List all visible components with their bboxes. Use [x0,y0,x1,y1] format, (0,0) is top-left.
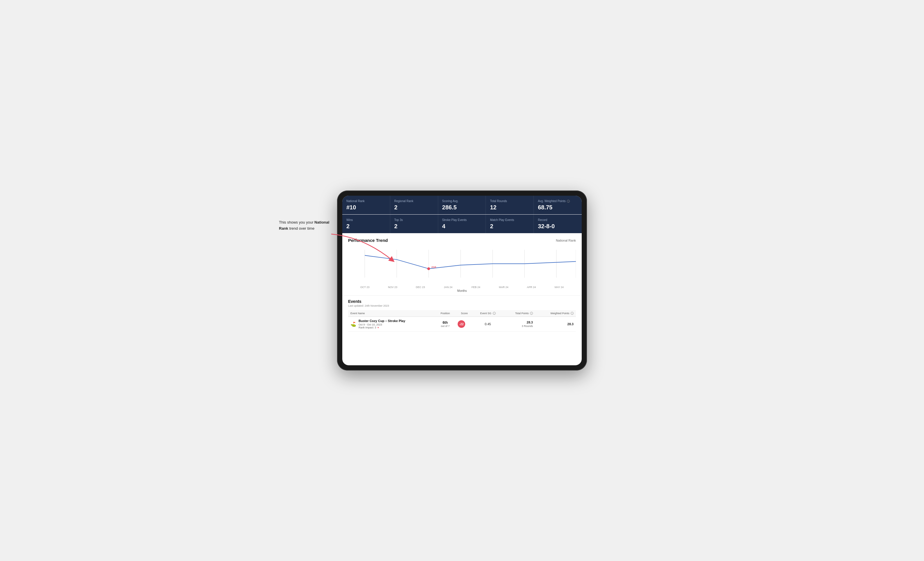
stat-avg-weighted-value: 68.75 [538,204,578,211]
stat-scoring-avg: Scoring Avg. 286.5 [438,196,486,214]
performance-title: Performance Trend [348,238,388,243]
event-sg-info-icon: i [493,312,496,315]
event-name-text: Buster Cozy Cup – Stroke Play Oct 9 - Oc… [358,319,405,329]
chart-x-dec23: DEC 23 [406,286,434,289]
stat-wins-label: Wins [346,218,386,222]
col-position: Position [435,310,455,317]
chart-x-feb24: FEB 24 [462,286,490,289]
events-header-row: Event Name Position Score Event SG i Tot… [348,310,576,317]
col-weighted-points: Weighted Points i [535,310,576,317]
stats-row-2: Wins 2 Top 3s 2 Stroke Play Events 4 Mat… [342,215,582,233]
events-table-body: ⛳ Buster Cozy Cup – Stroke Play Oct 9 - … [348,317,576,332]
stat-record: Record 32-8-0 [534,215,582,233]
stat-national-rank-value: #10 [346,204,386,211]
events-table-head: Event Name Position Score Event SG i Tot… [348,310,576,317]
svg-text:#10: #10 [432,265,436,269]
events-section: Events Last updated: 24th November 2023 … [342,296,582,335]
col-event-sg: Event SG i [473,310,502,317]
event-name-wrapper: ⛳ Buster Cozy Cup – Stroke Play Oct 9 - … [350,319,433,329]
event-date: Oct 9 - Oct 10, 2023 [358,323,382,326]
event-sg-cell: 0.45 [473,317,502,332]
col-score: Score [455,310,473,317]
stats-row-1: National Rank #10 Regional Rank 2 Scorin… [342,196,582,214]
stat-match-play: Match Play Events 2 [486,215,534,233]
chart-x-title: Months [348,289,576,292]
events-table: Event Name Position Score Event SG i Tot… [348,310,576,332]
chart-container: #10 [348,246,576,284]
stat-stroke-play-value: 4 [442,223,482,230]
weighted-points-info-icon: i [571,312,574,315]
main-content: National Rank #10 Regional Rank 2 Scorin… [342,196,582,365]
chart-x-axis: OCT 23 NOV 23 DEC 23 JAN 24 FEB 24 MAR 2… [348,286,576,289]
stat-top3s-label: Top 3s [394,218,434,222]
stat-record-label: Record [538,218,578,222]
stat-total-rounds-value: 12 [490,204,530,211]
chart-x-oct23: OCT 23 [351,286,379,289]
stat-regional-rank-label: Regional Rank [394,199,434,203]
events-updated: Last updated: 24th November 2023 [348,304,576,307]
event-position-cell: 6th out of 7 [435,317,455,332]
stat-wins: Wins 2 [342,215,390,233]
chart-x-apr24: APR 24 [518,286,545,289]
annotation-text: This shows you your National Rank trend … [279,220,329,230]
event-position-sub: out of 7 [437,325,453,328]
event-total-points-cell: 28.33 Rounds [502,317,535,332]
chart-x-may24: MAY 24 [545,286,573,289]
stat-national-rank: National Rank #10 [342,196,390,214]
table-row: ⛳ Buster Cozy Cup – Stroke Play Oct 9 - … [348,317,576,332]
stat-avg-weighted: Avg. Weighted Points i 68.75 [534,196,582,214]
performance-header: Performance Trend National Rank [348,238,576,243]
event-rank-impact: Rank Impact: 3 ▼ [358,326,405,329]
tablet-frame: National Rank #10 Regional Rank 2 Scorin… [337,190,587,371]
chart-x-nov23: NOV 23 [379,286,407,289]
event-name-cell: ⛳ Buster Cozy Cup – Stroke Play Oct 9 - … [348,317,435,332]
event-weighted-points-cell: 28.3 [535,317,576,332]
stat-total-rounds-label: Total Rounds [490,199,530,203]
performance-section: Performance Trend National Rank [342,233,582,296]
event-score-badge: -22 [458,320,465,328]
event-position-main: 6th [437,320,453,325]
avg-weighted-info-icon: i [567,200,570,203]
golf-icon: ⛳ [350,322,356,327]
chart-datapoint [427,268,430,270]
stat-scoring-avg-value: 286.5 [442,204,482,211]
chart-x-mar24: MAR 24 [490,286,518,289]
stat-match-play-value: 2 [490,223,530,230]
stat-wins-value: 2 [346,223,386,230]
stat-record-value: 32-8-0 [538,223,578,230]
stat-top3s-value: 2 [394,223,434,230]
stat-regional-rank-value: 2 [394,204,434,211]
chart-x-jan24: JAN 24 [434,286,462,289]
stat-national-rank-label: National Rank [346,199,386,203]
col-total-points: Total Points i [502,310,535,317]
stat-stroke-play: Stroke Play Events 4 [438,215,486,233]
events-title: Events [348,299,576,304]
event-rounds: 3 Rounds [522,325,533,328]
stat-total-rounds: Total Rounds 12 [486,196,534,214]
stat-top3s: Top 3s 2 [390,215,438,233]
rank-direction-icon: ▼ [377,326,380,329]
stat-avg-weighted-label: Avg. Weighted Points i [538,199,578,203]
stat-regional-rank: Regional Rank 2 [390,196,438,214]
stat-match-play-label: Match Play Events [490,218,530,222]
performance-label: National Rank [556,239,576,242]
stat-scoring-avg-label: Scoring Avg. [442,199,482,203]
total-points-info-icon: i [530,312,533,315]
event-score-cell: -22 [455,317,473,332]
stat-stroke-play-label: Stroke Play Events [442,218,482,222]
event-name-title: Buster Cozy Cup – Stroke Play [358,319,405,323]
performance-chart: #10 [348,246,576,284]
annotation-block: This shows you your National Rank trend … [279,220,330,232]
col-event-name: Event Name [348,310,435,317]
tablet-screen: National Rank #10 Regional Rank 2 Scorin… [342,196,582,365]
